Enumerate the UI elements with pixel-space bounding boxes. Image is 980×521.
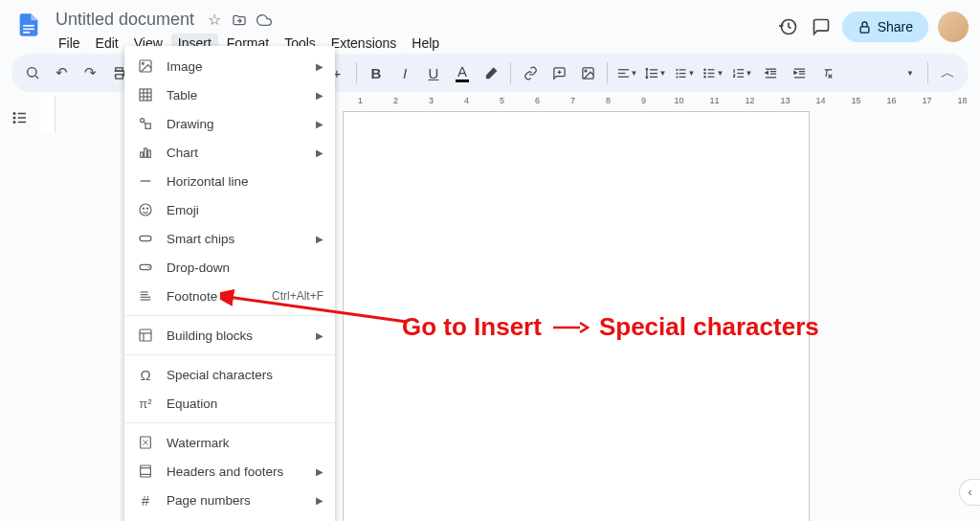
svg-rect-37 [140, 89, 151, 101]
chevron-right-icon: ▶ [316, 234, 323, 244]
redo-icon[interactable]: ↷ [77, 59, 103, 86]
watermark-icon [136, 433, 155, 452]
show-side-panel-icon[interactable]: ‹ [959, 479, 980, 506]
chevron-right-icon: ▶ [316, 61, 323, 72]
menu-item-emoji[interactable]: Emoji [124, 195, 335, 224]
clear-format-icon[interactable] [814, 59, 841, 86]
blocks-icon [136, 326, 155, 345]
menu-extensions[interactable]: Extensions [324, 34, 403, 53]
svg-rect-1 [23, 29, 34, 31]
svg-point-30 [14, 117, 16, 119]
numbered-list-icon[interactable]: ▼ [728, 59, 755, 86]
hline-icon [136, 171, 155, 191]
menu-edit[interactable]: Edit [89, 34, 125, 53]
menu-item-watermark[interactable]: Watermark [124, 428, 335, 457]
chevron-right-icon: ▶ [316, 147, 323, 158]
svg-line-44 [144, 122, 146, 125]
menu-item-special-characters[interactable]: ΩSpecial characters [124, 360, 335, 389]
menu-item-smart-chips[interactable]: Smart chips▶ [124, 224, 335, 253]
vertical-ruler [41, 96, 56, 132]
share-label: Share [878, 19, 913, 34]
menu-item-image[interactable]: Image▶ [124, 52, 335, 80]
menu-help[interactable]: Help [405, 34, 446, 53]
chevron-right-icon: ▶ [316, 119, 323, 129]
move-icon[interactable] [231, 11, 248, 29]
svg-point-31 [14, 122, 16, 124]
svg-rect-3 [860, 26, 869, 32]
svg-rect-6 [115, 74, 122, 78]
text-color-icon[interactable]: A [449, 59, 476, 86]
bold-icon[interactable]: B [363, 59, 390, 86]
chart-icon [136, 143, 155, 162]
svg-point-4 [28, 68, 36, 77]
italic-icon[interactable]: I [391, 59, 418, 86]
collapse-icon[interactable]: ︿ [934, 59, 961, 86]
chips-icon [136, 229, 155, 248]
menu-item-chart[interactable]: Chart▶ [124, 138, 335, 167]
menu-item-equation[interactable]: π²Equation [124, 389, 335, 418]
svg-point-13 [703, 72, 704, 73]
indent-decrease-icon[interactable] [757, 59, 784, 86]
share-button[interactable]: Share [842, 11, 928, 42]
document-title[interactable]: Untitled document [52, 8, 198, 32]
svg-rect-46 [145, 148, 147, 157]
svg-rect-52 [140, 236, 151, 240]
insert-link-icon[interactable] [517, 59, 544, 86]
outline-icon[interactable] [6, 103, 34, 132]
svg-point-36 [142, 62, 144, 64]
annotation-arrow [220, 289, 412, 328]
svg-rect-2 [23, 32, 30, 34]
menu-file[interactable]: File [52, 34, 87, 53]
svg-rect-43 [145, 124, 150, 128]
equation-icon: π² [136, 394, 155, 413]
avatar[interactable] [938, 11, 969, 42]
table-icon [136, 85, 155, 104]
bulleted-list-icon[interactable]: ▼ [700, 59, 726, 86]
align-icon[interactable]: ▼ [613, 59, 640, 86]
svg-rect-0 [23, 25, 34, 27]
cloud-status-icon[interactable] [256, 11, 273, 29]
editing-mode-icon[interactable]: ▼ [895, 59, 922, 86]
menu-item-drop-down[interactable]: Drop-down [124, 253, 335, 282]
svg-rect-45 [141, 152, 144, 157]
svg-point-50 [143, 208, 144, 209]
svg-point-8 [585, 70, 587, 72]
chevron-right-icon: ▶ [316, 90, 323, 101]
add-comment-icon[interactable] [546, 59, 572, 86]
pagenum-icon: # [136, 490, 155, 510]
svg-rect-58 [140, 329, 151, 341]
menu-item-table[interactable]: Table▶ [124, 80, 335, 109]
footnote-icon [136, 286, 155, 306]
svg-line-69 [228, 297, 407, 322]
checklist-icon[interactable]: ▼ [671, 59, 698, 86]
star-icon[interactable]: ☆ [206, 11, 223, 29]
omega-icon: Ω [136, 365, 155, 384]
menu-item-page-numbers[interactable]: #Page numbers▶ [124, 486, 335, 514]
emoji-icon [136, 200, 155, 219]
highlight-icon[interactable] [478, 59, 504, 86]
headers-icon [136, 462, 155, 481]
drawing-icon [136, 114, 155, 133]
menu-item-drawing[interactable]: Drawing▶ [124, 109, 335, 138]
indent-increase-icon[interactable] [786, 59, 813, 86]
insert-menu-dropdown: Image▶Table▶Drawing▶Chart▶Horizontal lin… [124, 46, 335, 521]
svg-rect-62 [141, 465, 151, 477]
annotation-text: Go to Insert Special characters [402, 312, 819, 342]
image-icon [136, 57, 155, 76]
menu-item-break[interactable]: Break▶ [124, 514, 335, 521]
svg-point-49 [140, 204, 151, 215]
insert-image-icon[interactable] [574, 59, 601, 86]
svg-rect-47 [148, 150, 151, 157]
menu-item-headers-and-footers[interactable]: Headers and footers▶ [124, 457, 335, 486]
underline-icon[interactable]: U [420, 59, 447, 86]
menu-item-horizontal-line[interactable]: Horizontal line [124, 167, 335, 195]
svg-point-51 [146, 208, 147, 209]
search-icon[interactable] [19, 59, 46, 86]
svg-point-29 [14, 113, 16, 115]
history-icon[interactable] [777, 15, 800, 38]
comments-icon[interactable] [810, 15, 833, 38]
svg-point-12 [703, 69, 704, 70]
docs-logo[interactable] [11, 8, 46, 42]
undo-icon[interactable]: ↶ [48, 59, 75, 86]
line-spacing-icon[interactable]: ▼ [642, 59, 669, 86]
